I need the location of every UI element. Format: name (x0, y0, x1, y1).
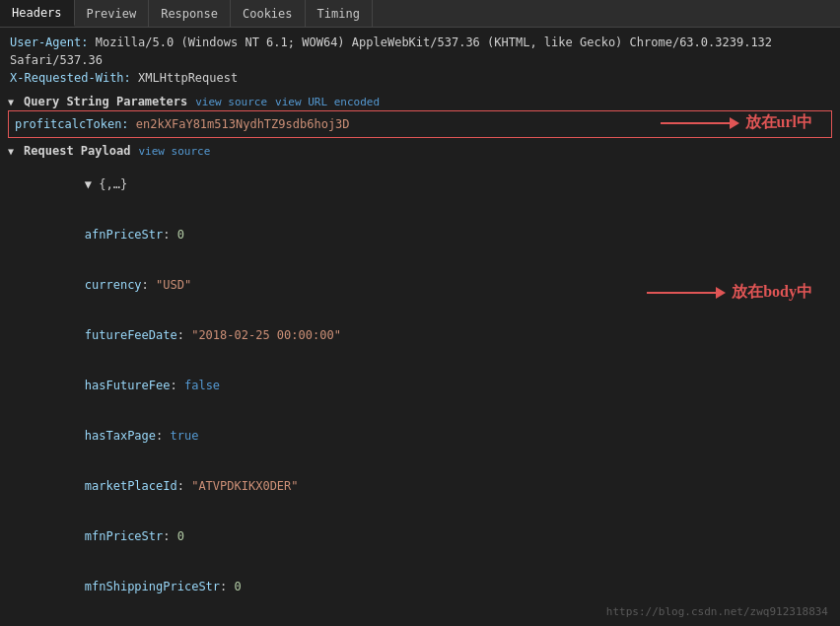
request-payload-title: Request Payload (24, 144, 130, 158)
tab-headers[interactable]: Headers (0, 0, 75, 27)
json-hasFutureFee: hasFutureFee: false (8, 361, 832, 411)
query-string-section: ▼ Query String Parameters view source vi… (8, 95, 832, 138)
content-area: User-Agent: Mozilla/5.0 (Windows NT 6.1;… (0, 28, 840, 626)
url-annotation: 放在url中 (661, 112, 812, 133)
watermark: https://blog.csdn.net/zwq912318834 (606, 605, 828, 618)
json-hasTaxPage: hasTaxPage: true (8, 411, 832, 461)
json-root: ▼ {,…} (8, 160, 832, 210)
tab-response[interactable]: Response (149, 0, 231, 27)
json-futureFeeDate: futureFeeDate: "2018-02-25 00:00:00" (8, 311, 832, 361)
tab-bar: Headers Preview Response Cookies Timing (0, 0, 840, 28)
tab-preview[interactable]: Preview (75, 0, 150, 27)
view-url-encoded-link[interactable]: view URL encoded (275, 96, 380, 108)
json-marketPlaceId: marketPlaceId: "ATVPDKIKX0DER" (8, 461, 832, 512)
url-annotation-text: 放在url中 (745, 112, 812, 133)
json-afnPriceStr: afnPriceStr: 0 (8, 210, 832, 260)
view-source-link-qs[interactable]: view source (195, 96, 267, 108)
user-agent-line: User-Agent: Mozilla/5.0 (Windows NT 6.1;… (8, 34, 832, 69)
query-string-title: Query String Parameters (24, 95, 187, 108)
view-source-link-rp[interactable]: view source (138, 145, 210, 158)
query-string-header: ▼ Query String Parameters view source vi… (8, 95, 832, 108)
json-tree: ▼ {,…} afnPriceStr: 0 currency: "USD" fu… (8, 160, 832, 626)
body-annotation: 放在body中 (647, 282, 812, 303)
body-annotation-text: 放在body中 (732, 282, 812, 303)
json-mfnPriceStr: mfnPriceStr: 0 (8, 512, 832, 562)
tab-cookies[interactable]: Cookies (231, 0, 306, 27)
request-payload-header: ▼ Request Payload view source (8, 144, 832, 158)
request-payload-section: ▼ Request Payload view source 放在body中 ▼ … (8, 144, 832, 626)
x-requested-line: X-Requested-With: XMLHttpRequest (8, 69, 832, 87)
tab-timing[interactable]: Timing (306, 0, 373, 27)
